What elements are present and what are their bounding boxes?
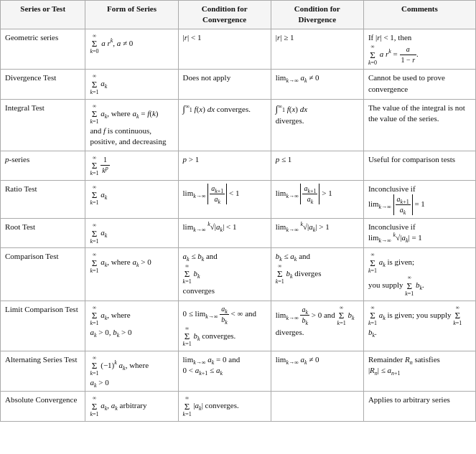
cell-divtest-name: Divergence Test	[1, 70, 85, 99]
cell-pseries-name: p-series	[1, 151, 85, 180]
header-comments: Comments	[363, 1, 475, 29]
cell-absconv-comm: Applies to arbitrary series	[363, 392, 475, 421]
header-divergence: Condition forDivergence	[271, 1, 363, 29]
cell-inttest-conv: ∫∞1 f(x) dx converges.	[178, 99, 271, 151]
row-integral-test: Integral Test ∞ Σ k=1 ak, where ak = f(k…	[1, 99, 476, 151]
cell-alt-form: ∞ Σ k=1 (−1)k ak, where ak > 0	[85, 351, 178, 392]
cell-geometric-comm: If |r| < 1, then ∞ Σ k=0 a rk = a 1 − r …	[363, 29, 475, 70]
cell-limitcomp-form: ∞ Σ k=1 ak, where ak > 0, bk > 0	[85, 301, 178, 351]
cell-divtest-conv: Does not apply	[178, 70, 271, 99]
cell-comp-div: bk ≤ ak and ∞ Σ k=1 bk diverges	[271, 248, 363, 301]
cell-absconv-conv: ∞ Σ k=1 |ak| converges.	[178, 392, 271, 421]
cell-alt-conv: limk→∞ ak = 0 and 0 < ak+1 ≤ ak	[178, 351, 271, 392]
cell-divtest-div: limk→∞ ak ≠ 0	[271, 70, 363, 99]
cell-limitcomp-name: Limit Comparison Test	[1, 301, 85, 351]
row-divergence-test: Divergence Test ∞ Σ k=1 ak Does not appl…	[1, 70, 476, 99]
cell-pseries-div: p ≤ 1	[271, 151, 363, 180]
header-series-test: Series or Test	[1, 1, 85, 29]
row-p-series: p-series ∞ Σ k=1 1 kp p > 1 p ≤ 1 Useful…	[1, 151, 476, 180]
cell-absconv-form: ∞ Σ k=1 ak, ak arbitrary	[85, 392, 178, 421]
cell-ratio-form: ∞ Σ k=1 ak	[85, 180, 178, 218]
header-convergence: Condition forConvergence	[178, 1, 271, 29]
cell-comp-conv: ak ≤ bk and ∞ Σ k=1 bk converges	[178, 248, 271, 301]
cell-alt-comm: Remainder Rn satisfies |Rn| ≤ an+1	[363, 351, 475, 392]
cell-pseries-comm: Useful for comparison tests	[363, 151, 475, 180]
cell-root-conv: limk→∞ k√|ak| < 1	[178, 219, 271, 248]
cell-geometric-conv: |r| < 1	[178, 29, 271, 70]
cell-ratio-conv: limk→∞ ak+1 ak < 1	[178, 180, 271, 218]
cell-pseries-conv: p > 1	[178, 151, 271, 180]
cell-geometric-name: Geometric series	[1, 29, 85, 70]
cell-root-name: Root Test	[1, 219, 85, 248]
cell-root-comm: Inconclusive if limk→∞ k√|ak| = 1	[363, 219, 475, 248]
row-geometric: Geometric series ∞ Σ k=0 a rk, a ≠ 0 |r|…	[1, 29, 476, 70]
cell-limitcomp-comm: ∞ Σ k=1 ak is given; you supply ∞ Σ k=1 …	[363, 301, 475, 351]
header-form: Form of Series	[85, 1, 178, 29]
row-limit-comp-test: Limit Comparison Test ∞ Σ k=1 ak, where …	[1, 301, 476, 351]
cell-comp-name: Comparison Test	[1, 248, 85, 301]
cell-root-div: limk→∞ k√|ak| > 1	[271, 219, 363, 248]
cell-alt-name: Alternating Series Test	[1, 351, 85, 392]
row-root-test: Root Test ∞ Σ k=1 ak limk→∞ k√|ak| < 1 l…	[1, 219, 476, 248]
cell-pseries-form: ∞ Σ k=1 1 kp	[85, 151, 178, 180]
cell-divtest-form: ∞ Σ k=1 ak	[85, 70, 178, 99]
cell-absconv-div	[271, 392, 363, 421]
cell-inttest-comm: The value of the integral is not the val…	[363, 99, 475, 151]
cell-divtest-comm: Cannot be used to prove convergence	[363, 70, 475, 99]
row-absolute-conv: Absolute Convergence ∞ Σ k=1 ak, ak arbi…	[1, 392, 476, 421]
cell-root-form: ∞ Σ k=1 ak	[85, 219, 178, 248]
row-alternating-test: Alternating Series Test ∞ Σ k=1 (−1)k ak…	[1, 351, 476, 392]
cell-limitcomp-conv: 0 ≤ limk→∞ ak bk < ∞ and ∞ Σ k=1 bk conv…	[178, 301, 271, 351]
cell-alt-div: limk→∞ ak ≠ 0	[271, 351, 363, 392]
cell-geometric-form: ∞ Σ k=0 a rk, a ≠ 0	[85, 29, 178, 70]
cell-inttest-name: Integral Test	[1, 99, 85, 151]
cell-inttest-form: ∞ Σ k=1 ak, where ak = f(k) and f is con…	[85, 99, 178, 151]
row-comparison-test: Comparison Test ∞ Σ k=1 ak, where ak > 0…	[1, 248, 476, 301]
cell-ratio-div: limk→∞ ak+1 ak > 1	[271, 180, 363, 218]
cell-limitcomp-div: limk→∞ ak bk > 0 and ∞ Σ k=1 bk diverges…	[271, 301, 363, 351]
cell-ratio-comm: Inconclusive if limk→∞ ak+1 ak = 1	[363, 180, 475, 218]
cell-ratio-name: Ratio Test	[1, 180, 85, 218]
cell-comp-comm: ∞ Σ k=1 ak is given; you supply ∞ Σ k=1 …	[363, 248, 475, 301]
cell-inttest-div: ∫∞1 f(x) dxdiverges.	[271, 99, 363, 151]
row-ratio-test: Ratio Test ∞ Σ k=1 ak limk→∞ ak+1 ak < 1	[1, 180, 476, 218]
cell-absconv-name: Absolute Convergence	[1, 392, 85, 421]
cell-geometric-div: |r| ≥ 1	[271, 29, 363, 70]
cell-comp-form: ∞ Σ k=1 ak, where ak > 0	[85, 248, 178, 301]
